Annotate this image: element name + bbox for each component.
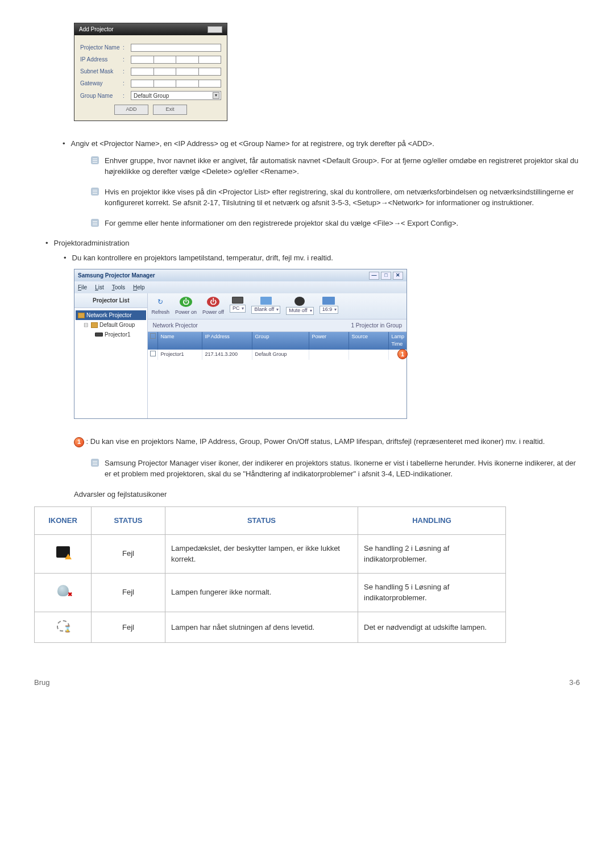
main-panel: ↻Refresh ⏻Power on ⏻Power off PC Blank o… bbox=[148, 293, 406, 418]
th-group[interactable]: Group bbox=[252, 332, 309, 350]
table-row: Fejl Lampen har nået slutningen af dens … bbox=[35, 612, 506, 643]
label-projector-name: Projector Name bbox=[80, 43, 123, 52]
menu-file[interactable]: File bbox=[78, 283, 87, 292]
tree-network-projector[interactable]: Network Projector bbox=[76, 310, 146, 320]
note-text: Enhver gruppe, hvor navnet ikke er angiv… bbox=[105, 155, 580, 177]
maximize-icon[interactable]: □ bbox=[381, 272, 391, 280]
projector-icon bbox=[95, 333, 103, 337]
footer-right: 3-6 bbox=[569, 677, 580, 688]
th-handling: HANDLING bbox=[358, 507, 506, 535]
label-gateway: Gateway bbox=[80, 79, 123, 88]
th-checkbox[interactable] bbox=[148, 332, 158, 350]
note-text: Samsung Projector Manager viser ikoner, … bbox=[105, 458, 580, 480]
gateway-input[interactable] bbox=[131, 80, 221, 88]
dialog-titlebar: Add Projector bbox=[74, 23, 227, 35]
table-row: Fejl Lampedækslet, der beskytter lampen,… bbox=[35, 534, 506, 573]
exit-button[interactable]: Exit bbox=[153, 105, 187, 115]
callout-number-icon: 1 bbox=[74, 437, 84, 447]
status-left: Network Projector bbox=[152, 321, 351, 330]
chevron-down-icon: ▾ bbox=[213, 92, 219, 99]
note-icon bbox=[91, 188, 99, 196]
footer-left: Brug bbox=[34, 677, 49, 688]
tree-default-group[interactable]: ⊟ Default Group bbox=[76, 320, 146, 330]
mute-select[interactable]: Mute off bbox=[286, 297, 313, 316]
label-group: Group Name bbox=[80, 92, 123, 100]
aspect-icon bbox=[322, 297, 335, 305]
note-text: For gemme eller hente informationer om d… bbox=[105, 218, 458, 229]
sidebar-header: Projector List bbox=[74, 293, 147, 308]
add-button[interactable]: ADD bbox=[114, 105, 148, 115]
refresh-button[interactable]: ↻Refresh bbox=[151, 297, 169, 317]
label-ip: IP Address bbox=[80, 55, 123, 64]
section-heading: Projektoradministration bbox=[45, 238, 580, 249]
menu-help[interactable]: Help bbox=[133, 283, 145, 292]
projector-name-input[interactable] bbox=[131, 44, 221, 52]
close-icon[interactable] bbox=[208, 26, 222, 33]
add-projector-dialog: Add Projector Projector Name : IP Addres… bbox=[74, 23, 227, 121]
callout-badge-1: 1 bbox=[397, 349, 408, 359]
lamp-malfunction-icon bbox=[57, 585, 69, 596]
projector-table: Name IP Address Group Power Source Lamp … bbox=[148, 332, 406, 360]
th-source[interactable]: Source bbox=[349, 332, 389, 350]
projector-manager-window: Samsung Projector Manager — □ ✕ File Lis… bbox=[74, 269, 407, 419]
th-icons: IKONER bbox=[35, 507, 92, 535]
projector-tree: Network Projector ⊟ Default Group Projec… bbox=[74, 308, 147, 342]
note-icon bbox=[91, 219, 99, 227]
blank-icon bbox=[260, 297, 272, 305]
page-footer: Brug 3-6 bbox=[34, 677, 580, 688]
folder-icon bbox=[78, 313, 85, 318]
instruction-line: Angiv et <Projector Name>, en <IP Addres… bbox=[63, 138, 580, 149]
blank-select[interactable]: Blank off bbox=[251, 297, 280, 315]
th-status2: STATUS bbox=[165, 507, 358, 535]
minimize-icon[interactable]: — bbox=[369, 272, 379, 280]
power-off-button[interactable]: ⏻Power off bbox=[202, 297, 224, 317]
group-selected-value: Default Group bbox=[134, 92, 169, 100]
table-row[interactable]: Projector1 217.141.3.200 Default Group bbox=[148, 350, 406, 360]
close-icon[interactable]: ✕ bbox=[393, 272, 403, 280]
table-intro: Advarsler og fejlstatusikoner bbox=[74, 489, 580, 500]
source-select[interactable]: PC bbox=[230, 297, 246, 314]
dialog-title-text: Add Projector bbox=[79, 25, 114, 34]
row-checkbox[interactable] bbox=[150, 351, 156, 356]
lamp-cover-warning-icon bbox=[56, 546, 70, 558]
toolbar: ↻Refresh ⏻Power on ⏻Power off PC Blank o… bbox=[148, 293, 406, 319]
th-power[interactable]: Power bbox=[309, 332, 349, 350]
group-name-select[interactable]: Default Group ▾ bbox=[131, 91, 221, 100]
note-icon bbox=[91, 156, 99, 164]
table-header: Name IP Address Group Power Source Lamp … bbox=[148, 332, 406, 350]
power-on-button[interactable]: ⏻Power on bbox=[175, 297, 197, 317]
aspect-select[interactable]: 16:9 bbox=[320, 297, 339, 315]
status-icon-table: IKONER STATUS STATUS HANDLING Fejl Lampe… bbox=[34, 506, 506, 643]
table-row: Fejl Lampen fungerer ikke normalt. Se ha… bbox=[35, 573, 506, 612]
monitor-icon bbox=[232, 297, 243, 304]
callout-description: 1 : Du kan vise en projektors Name, IP A… bbox=[74, 436, 580, 447]
ip-address-input[interactable] bbox=[131, 56, 221, 64]
th-name[interactable]: Name bbox=[158, 332, 202, 350]
menu-tools[interactable]: Tools bbox=[112, 283, 125, 292]
menu-bar: File List Tools Help bbox=[74, 281, 406, 293]
status-bar: Network Projector 1 Projector in Group bbox=[148, 319, 406, 332]
th-status1: STATUS bbox=[92, 507, 165, 535]
tree-projector-item[interactable]: Projector1 bbox=[76, 330, 146, 339]
subnet-mask-input[interactable] bbox=[131, 68, 221, 76]
folder-icon bbox=[91, 322, 98, 328]
speaker-icon bbox=[294, 297, 305, 306]
dialog-body: Projector Name : IP Address : Subnet Mas… bbox=[74, 35, 227, 121]
status-right: 1 Projector in Group bbox=[351, 321, 403, 330]
lamp-endoflife-icon bbox=[57, 620, 69, 632]
th-ip[interactable]: IP Address bbox=[202, 332, 252, 350]
window-title: Samsung Projector Manager bbox=[78, 271, 155, 280]
label-subnet: Subnet Mask bbox=[80, 67, 123, 76]
th-lamp[interactable]: Lamp Time bbox=[389, 332, 406, 350]
tree-expand-icon: ⊟ bbox=[84, 321, 88, 329]
note-text: Hvis en projektor ikke vises på din <Pro… bbox=[105, 186, 580, 209]
note-icon bbox=[91, 459, 99, 467]
window-titlebar: Samsung Projector Manager — □ ✕ bbox=[74, 269, 406, 281]
menu-list[interactable]: List bbox=[95, 283, 104, 292]
sidebar: Projector List Network Projector ⊟ Defau… bbox=[74, 293, 148, 418]
section-sub: Du kan kontrollere en projektors lampeti… bbox=[64, 252, 580, 264]
